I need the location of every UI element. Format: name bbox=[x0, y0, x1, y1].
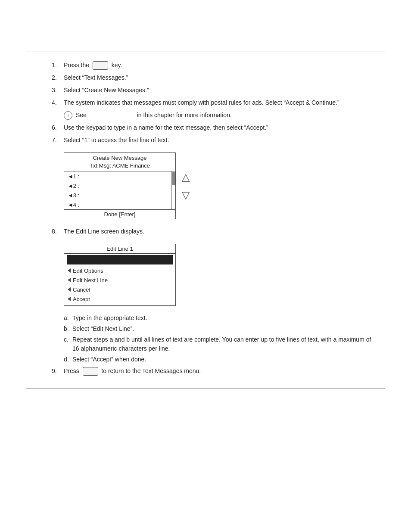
triangle-left-icon-3 bbox=[68, 287, 71, 292]
step-1: 1. Press the key. bbox=[52, 61, 377, 70]
step-4: 4. The system indicates that messages mu… bbox=[52, 98, 377, 107]
sub-step-c: c. Repeat steps a and b until all lines … bbox=[64, 335, 377, 353]
step-7-text: Select “1” to access the first line of t… bbox=[64, 136, 377, 145]
sub-step-list: a. Type in the appropriate text. b. Sele… bbox=[64, 314, 377, 364]
step-1-num: 1. bbox=[52, 61, 64, 70]
create-message-screen: Create New Message Txt Msg: ACME Finance… bbox=[64, 152, 176, 219]
sub-text-c: Repeat steps a and b until all lines of … bbox=[72, 335, 377, 353]
info-note: i See in this chapter for more informati… bbox=[64, 111, 377, 120]
step-2-num: 2. bbox=[52, 73, 64, 82]
step-7-num: 7. bbox=[52, 136, 64, 145]
step-4-text: The system indicates that messages must … bbox=[64, 98, 377, 107]
info-link bbox=[90, 112, 134, 118]
edit-screen-header: Edit Line 1 bbox=[64, 244, 175, 254]
step-1-text: Press the key. bbox=[64, 61, 377, 70]
sub-label-c: c. bbox=[64, 335, 72, 344]
step-3-text: Select “Create New Messages.” bbox=[64, 86, 377, 95]
info-icon: i bbox=[64, 111, 72, 120]
screen-header: Create New Message Txt Msg: ACME Finance bbox=[64, 153, 175, 171]
screen-body: ◄1 : ◄2 : ◄3 : ◄4 : bbox=[64, 171, 175, 209]
nav-arrow-down: ▽ bbox=[182, 190, 190, 200]
screen-line-4: ◄4 : bbox=[64, 200, 171, 209]
step-8-num: 8. bbox=[52, 227, 64, 236]
screen-scrollbar bbox=[171, 171, 175, 209]
edit-option-2: Edit Next Line bbox=[64, 275, 175, 285]
step-list-2: 6. Use the keypad to type in a name for … bbox=[52, 123, 377, 145]
create-message-screen-container: Create New Message Txt Msg: ACME Finance… bbox=[64, 152, 377, 219]
triangle-left-icon-2 bbox=[68, 278, 71, 282]
sub-step-a: a. Type in the appropriate text. bbox=[64, 314, 377, 323]
step-6: 6. Use the keypad to type in a name for … bbox=[52, 123, 377, 132]
sub-step-b: b. Select “Edit Next Line”. bbox=[64, 324, 377, 333]
step-3: 3. Select “Create New Messages.” bbox=[52, 86, 377, 95]
info-text: See in this chapter for more information… bbox=[76, 111, 232, 120]
edit-line-screen-container: Edit Line 1 Edit Options Edit Next Line … bbox=[64, 244, 377, 306]
bottom-rule bbox=[26, 389, 385, 389]
sub-label-b: b. bbox=[64, 324, 72, 333]
step-6-num: 6. bbox=[52, 123, 64, 132]
nav-arrow-up: △ bbox=[182, 172, 190, 182]
triangle-left-icon-4 bbox=[68, 297, 71, 301]
top-rule bbox=[26, 52, 385, 52]
step-9-num: 9. bbox=[52, 367, 64, 376]
sub-text-b: Select “Edit Next Line”. bbox=[72, 324, 377, 333]
step-8-text: The Edit Line screen displays. bbox=[64, 227, 377, 236]
screen-header-line1: Create New Message bbox=[67, 154, 173, 162]
nav-arrows: △ ▽ bbox=[182, 172, 190, 200]
edit-line-screen: Edit Line 1 Edit Options Edit Next Line … bbox=[64, 244, 176, 306]
page-container: 1. Press the key. 2. Select “Text Messag… bbox=[0, 52, 411, 532]
edit-option-4-label: Accept bbox=[73, 296, 90, 302]
step-8: 8. The Edit Line screen displays. bbox=[52, 227, 377, 236]
sub-step-d: d. Select “Accept” when done. bbox=[64, 355, 377, 364]
screen-line-1: ◄1 : bbox=[64, 171, 171, 181]
step-2-text: Select “Text Messages.” bbox=[64, 73, 377, 82]
edit-option-1-label: Edit Options bbox=[73, 268, 103, 274]
step-7: 7. Select “1” to access the first line o… bbox=[52, 136, 377, 145]
edit-option-4: Accept bbox=[64, 294, 175, 304]
step-3-num: 3. bbox=[52, 86, 64, 95]
screen-line-3: ◄3 : bbox=[64, 190, 171, 200]
scrollbar-thumb bbox=[172, 172, 175, 185]
screen-header-line2: Txt Msg: ACME Finance bbox=[67, 162, 173, 170]
edit-option-2-label: Edit Next Line bbox=[73, 277, 108, 283]
step-9-text: Press to return to the Text Messages men… bbox=[64, 367, 377, 376]
step-1-key bbox=[93, 61, 108, 70]
step-9: 9. Press to return to the Text Messages … bbox=[52, 367, 377, 376]
screen-line-2: ◄2 : bbox=[64, 181, 171, 190]
step-9-key bbox=[83, 367, 98, 376]
step-2: 2. Select “Text Messages.” bbox=[52, 73, 377, 82]
edit-option-3-label: Cancel bbox=[73, 286, 90, 293]
edit-option-1: Edit Options bbox=[64, 266, 175, 275]
screen-footer: Done [Enter] bbox=[64, 209, 175, 219]
edit-option-3: Cancel bbox=[64, 285, 175, 294]
sub-label-d: d. bbox=[64, 355, 72, 364]
step-6-text: Use the keypad to type in a name for the… bbox=[64, 123, 377, 132]
sub-label-a: a. bbox=[64, 314, 72, 323]
content-area: 1. Press the key. 2. Select “Text Messag… bbox=[52, 61, 377, 376]
screen-lines: ◄1 : ◄2 : ◄3 : ◄4 : bbox=[64, 171, 171, 209]
step-list: 1. Press the key. 2. Select “Text Messag… bbox=[52, 61, 377, 107]
edit-input-row bbox=[67, 255, 173, 264]
sub-text-d: Select “Accept” when done. bbox=[72, 355, 377, 364]
triangle-left-icon-1 bbox=[68, 268, 71, 273]
step-4-num: 4. bbox=[52, 98, 64, 107]
sub-text-a: Type in the appropriate text. bbox=[72, 314, 377, 323]
